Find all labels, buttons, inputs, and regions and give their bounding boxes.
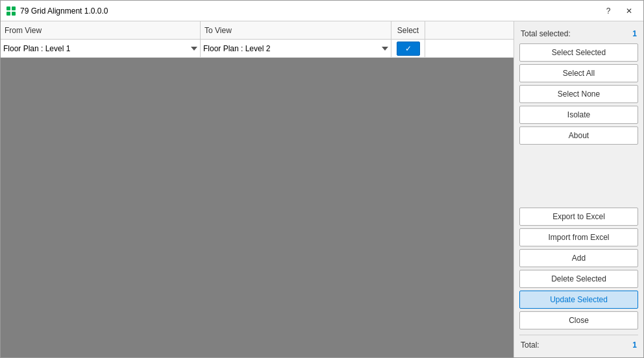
svg-rect-2 (6, 12, 10, 16)
content-area (1, 58, 514, 357)
row-select-button[interactable]: ✓ (397, 42, 420, 56)
select-none-button[interactable]: Select None (519, 85, 638, 103)
about-button[interactable]: About (519, 126, 638, 145)
check-icon: ✓ (405, 44, 412, 53)
isolate-button[interactable]: Isolate (519, 106, 638, 124)
table-row: Floor Plan : Level 1 Floor Plan : Level … (1, 40, 514, 58)
spacer (519, 147, 638, 208)
table-header: From View To View Select (1, 21, 514, 40)
header-from-view: From View (1, 21, 201, 39)
app-icon (6, 6, 16, 16)
import-from-excel-button[interactable]: Import from Excel (519, 228, 638, 246)
from-view-cell: Floor Plan : Level 1 Floor Plan : Level … (1, 40, 201, 57)
svg-rect-0 (6, 6, 10, 10)
window-title: 79 Grid Alignment 1.0.0.0 (20, 6, 108, 16)
update-selected-button[interactable]: Update Selected (519, 291, 638, 309)
export-to-excel-button[interactable]: Export to Excel (519, 208, 638, 226)
main-area: From View To View Select Floor Plan : Le… (1, 21, 514, 357)
total-row: Total: 1 (519, 335, 638, 352)
window-body: From View To View Select Floor Plan : Le… (1, 21, 643, 357)
add-button[interactable]: Add (519, 249, 638, 267)
header-to-view: To View (201, 21, 391, 39)
select-all-button[interactable]: Select All (519, 64, 638, 82)
total-label: Total: (521, 340, 539, 350)
title-bar-controls: ? ✕ (599, 4, 638, 18)
sidebar: Total selected: 1 Select Selected Select… (514, 21, 643, 357)
to-view-cell: Floor Plan : Level 1 Floor Plan : Level … (201, 40, 391, 57)
delete-selected-button[interactable]: Delete Selected (519, 270, 638, 288)
total-selected-value: 1 (632, 29, 637, 38)
header-select: Select (391, 21, 425, 39)
from-view-dropdown[interactable]: Floor Plan : Level 1 Floor Plan : Level … (1, 40, 200, 57)
window: 79 Grid Alignment 1.0.0.0 ? ✕ From View … (0, 0, 644, 358)
select-cell: ✓ (391, 40, 425, 57)
title-bar: 79 Grid Alignment 1.0.0.0 ? ✕ (1, 1, 643, 21)
total-selected-label: Total selected: (521, 29, 571, 38)
to-view-dropdown[interactable]: Floor Plan : Level 1 Floor Plan : Level … (201, 40, 391, 57)
svg-rect-3 (12, 12, 16, 16)
close-button[interactable]: Close (519, 311, 638, 329)
close-window-button[interactable]: ✕ (620, 4, 638, 18)
total-selected-row: Total selected: 1 (519, 27, 638, 43)
svg-rect-1 (12, 6, 16, 10)
total-value: 1 (632, 340, 637, 350)
title-bar-left: 79 Grid Alignment 1.0.0.0 (6, 6, 108, 16)
help-button[interactable]: ? (599, 4, 617, 18)
select-selected-button[interactable]: Select Selected (519, 43, 638, 62)
